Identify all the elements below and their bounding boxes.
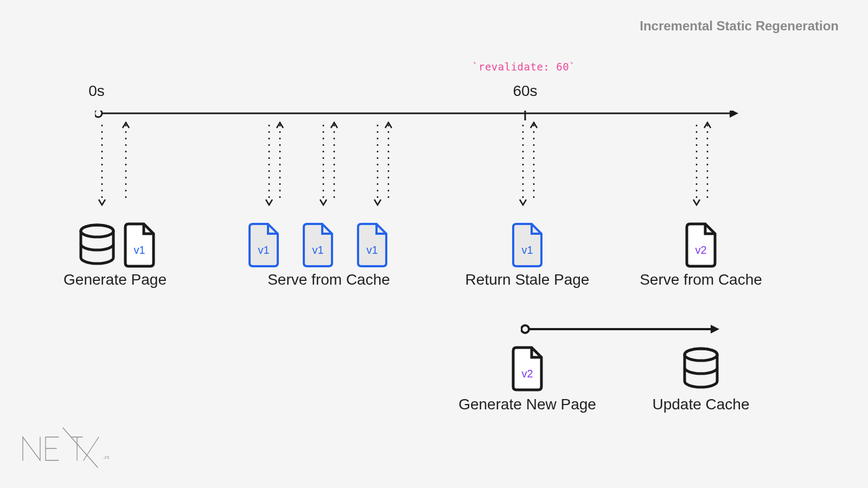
svg-text:v2: v2 [521, 368, 533, 380]
svg-text:v2: v2 [695, 244, 706, 256]
label-generate-page: Generate Page [63, 271, 167, 288]
step-generate-page-icons: v1 [74, 222, 156, 271]
revalidate-code: `revalidate: 60` [472, 61, 576, 73]
svg-marker-1 [730, 111, 738, 118]
svg-text:v1: v1 [258, 244, 269, 256]
svg-text:v1: v1 [521, 244, 533, 256]
arrows-serve-cache-2 [692, 120, 712, 210]
svg-text:v1: v1 [312, 244, 323, 256]
label-update-cache: Update Cache [652, 396, 749, 413]
step-generate-new-icon: v2 [510, 345, 545, 394]
tick-60s: 60s [513, 82, 537, 100]
step-serve-cache-2-icon: v2 [684, 222, 718, 271]
label-generate-new: Generate New Page [458, 396, 596, 413]
arrows-return-stale [519, 120, 538, 210]
arrows-serve-cache-1c [373, 120, 393, 210]
svg-point-2 [95, 111, 102, 117]
label-serve-cache-1: Serve from Cache [267, 271, 390, 288]
label-return-stale: Return Stale Page [465, 271, 590, 288]
arrows-generate-page [98, 120, 130, 210]
step-return-stale-icon: v1 [510, 222, 545, 271]
step-serve-cache-1-icons: v1 v1 v1 [247, 222, 410, 271]
svg-text:v1: v1 [133, 244, 145, 256]
label-serve-cache-2: Serve from Cache [640, 271, 762, 288]
timeline-axis [95, 111, 746, 127]
nextjs-logo: .JS [17, 425, 115, 471]
tick-0s: 0s [88, 82, 105, 100]
step-update-cache-icon [679, 345, 723, 394]
svg-marker-25 [711, 325, 719, 333]
regen-arrow [521, 322, 727, 337]
svg-text:v1: v1 [366, 244, 378, 256]
svg-point-26 [521, 325, 529, 333]
arrows-serve-cache-1a [265, 120, 284, 210]
arrows-serve-cache-1b [319, 120, 339, 210]
svg-text:.JS: .JS [102, 455, 110, 460]
diagram-title: Incremental Static Regeneration [640, 18, 839, 34]
